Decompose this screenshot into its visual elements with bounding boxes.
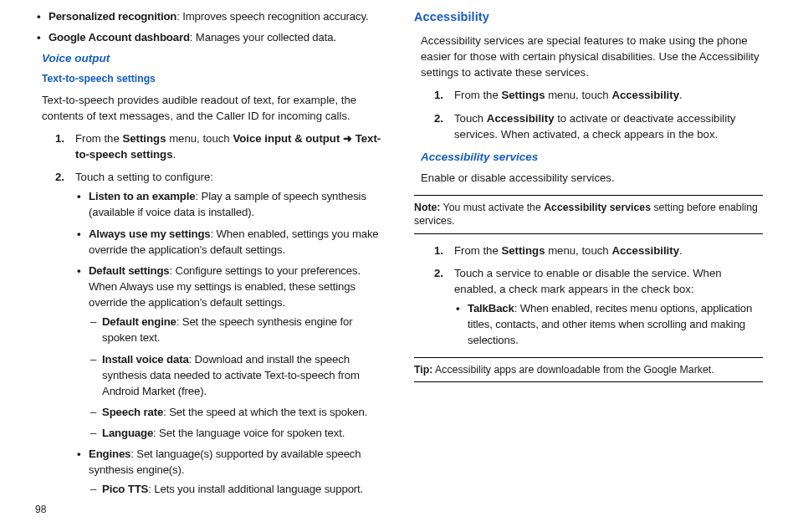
engines-dashes: Pico TTS: Lets you install additional la… (89, 481, 384, 497)
accessibility-steps-2: From the Settings menu, touch Accessibil… (414, 243, 763, 349)
t: Touch (454, 112, 487, 125)
term: Listen to an example (89, 190, 195, 202)
tip-box: Tip: Accessibility apps are downloadable… (414, 357, 763, 383)
arrow-icon: ➜ (340, 132, 355, 145)
step-1: From the Settings menu, touch Accessibil… (434, 87, 763, 103)
tts-heading: Text-to-speech settings (35, 72, 384, 87)
t: Accessibility (611, 89, 679, 101)
right-column: Accessibility Accessibility services are… (414, 5, 763, 532)
step-1: From the Settings menu, touch Accessibil… (434, 243, 763, 258)
accessibility-steps-1: From the Settings menu, touch Accessibil… (414, 87, 763, 141)
list-item: Default settings: Configure settings to … (75, 263, 384, 441)
services-intro: Enable or disable accessibility services… (414, 170, 763, 186)
list-item: Pico TTS: Lets you install additional la… (89, 481, 384, 497)
term: Engines (89, 448, 130, 460)
t: From the (75, 132, 122, 145)
left-column: Personalized recognition: Improves speec… (35, 5, 384, 532)
desc: : Set the speed at which the text is spo… (163, 406, 367, 418)
voice-output-heading: Voice output (35, 50, 384, 67)
t: Touch a service to enable or disable the… (454, 267, 722, 295)
tts-intro: Text-to-speech provides audible readout … (35, 92, 384, 124)
t: From the (454, 89, 501, 101)
term: Default settings (89, 264, 170, 277)
t: Settings (501, 89, 545, 101)
list-item: Listen to an example: Play a sample of s… (75, 188, 384, 220)
list-item: Speech rate: Set the speed at which the … (89, 404, 384, 420)
page-number: 98 (35, 503, 46, 517)
list-item: Always use my settings: When enabled, se… (75, 226, 384, 258)
tip-label: Tip: (414, 364, 432, 376)
t: Accessibility (611, 244, 679, 257)
t: Accessibility services (544, 202, 651, 213)
list-item: Language: Set the language voice for spo… (89, 425, 384, 441)
desc: : Lets you install additional language s… (148, 483, 363, 495)
term: Speech rate (102, 406, 163, 418)
talkback-bullet: TalkBack: When enabled, recites menu opt… (454, 300, 763, 348)
t: . (679, 89, 683, 101)
t: Voice input & output (233, 132, 340, 145)
t: menu, touch (545, 89, 611, 101)
t: . (679, 244, 683, 257)
top-bullets: Personalized recognition: Improves speec… (35, 8, 384, 45)
list-item: TalkBack: When enabled, recites menu opt… (454, 300, 763, 348)
tts-steps: From the Settings menu, touch Voice inpu… (35, 130, 384, 498)
t: You must activate the (440, 202, 544, 213)
t: Touch a setting to configure: (75, 171, 213, 183)
t: Settings (501, 244, 545, 257)
desc: : Set the language voice for spoken text… (153, 427, 345, 439)
accessibility-intro: Accessibility services are special featu… (414, 33, 763, 80)
note-label: Note: (414, 202, 440, 213)
list-item: Engines: Set language(s) supported by av… (75, 446, 384, 497)
term: Language (102, 427, 153, 439)
step-1: From the Settings menu, touch Voice inpu… (55, 130, 384, 162)
t: Accessibility (487, 112, 555, 125)
term: TalkBack (468, 302, 514, 315)
list-item: Default engine: Set the speech synthesis… (89, 314, 384, 345)
term: Default engine (102, 315, 176, 328)
t: menu, touch (545, 244, 611, 257)
desc: : Manages your collected data. (190, 31, 336, 43)
term: Personalized recognition (49, 10, 176, 23)
step-2: Touch a service to enable or disable the… (434, 265, 763, 349)
config-bullets: Listen to an example: Play a sample of s… (75, 188, 384, 497)
term: Google Account dashboard (49, 31, 190, 43)
t: Accessibility apps are downloadable from… (432, 364, 714, 376)
page: Personalized recognition: Improves speec… (0, 0, 798, 532)
t: Settings (122, 132, 166, 145)
accessibility-heading: Accessibility (414, 8, 763, 26)
desc: : Improves speech recognition accuracy. (176, 10, 368, 23)
accessibility-services-heading: Accessibility services (414, 149, 763, 166)
t: From the (454, 244, 501, 257)
step-2: Touch a setting to configure: Listen to … (55, 169, 384, 498)
list-item: Personalized recognition: Improves speec… (35, 8, 384, 24)
term: Install voice data (102, 353, 189, 366)
t: menu, touch (166, 132, 233, 145)
t: . (173, 148, 176, 161)
list-item: Google Account dashboard: Manages your c… (35, 29, 384, 45)
term: Pico TTS (102, 483, 148, 495)
list-item: Install voice data: Download and install… (89, 351, 384, 399)
term: Always use my settings (89, 228, 211, 240)
step-2: Touch Accessibility to activate or deact… (434, 110, 763, 142)
default-settings-dashes: Default engine: Set the speech synthesis… (89, 314, 384, 441)
note-box: Note: You must activate the Accessibilit… (414, 195, 763, 234)
